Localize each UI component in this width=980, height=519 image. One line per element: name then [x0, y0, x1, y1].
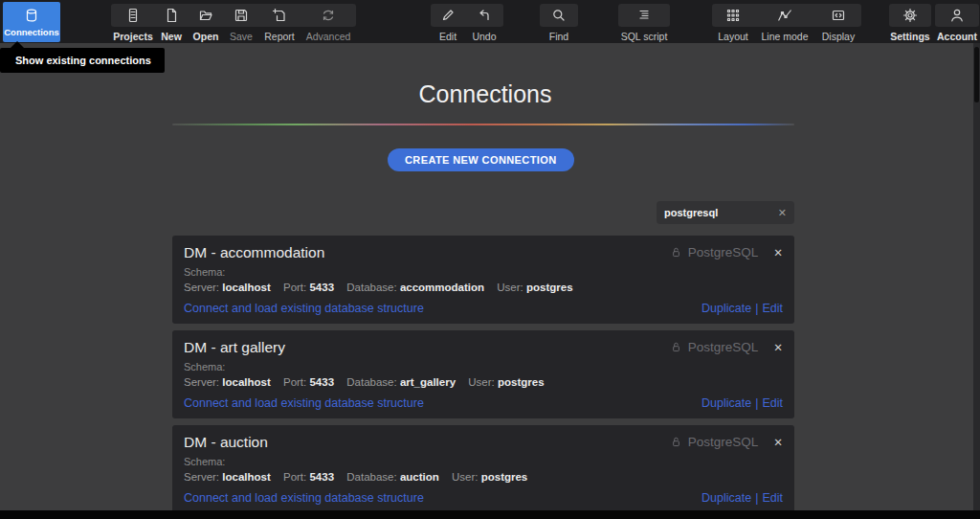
new-button[interactable]: New	[155, 4, 188, 42]
report-button[interactable]: Report	[258, 4, 301, 42]
close-icon[interactable]: ✕	[773, 436, 783, 449]
duplicate-link[interactable]: Duplicate	[702, 396, 751, 410]
file-toolbar-group: Projects New Open Save	[111, 4, 356, 42]
server-label: Server:	[184, 471, 219, 483]
open-button[interactable]: Open	[188, 4, 224, 42]
dbms-badge: PostgreSQL	[670, 245, 759, 260]
port-label: Port:	[283, 471, 306, 483]
database-label: Database:	[346, 376, 396, 388]
line-mode-icon	[777, 8, 792, 23]
vertical-scrollbar[interactable]	[973, 43, 980, 519]
report-icon	[272, 8, 287, 23]
connection-name: DM - art gallery	[184, 339, 670, 356]
edit-toolbar-group: Edit Undo	[431, 4, 503, 42]
advanced-icon	[321, 8, 336, 23]
account-label: Account	[937, 31, 977, 42]
database-value: accommodation	[400, 282, 484, 293]
user-icon	[949, 8, 965, 23]
connect-link[interactable]: Connect and load existing database struc…	[184, 491, 424, 505]
display-button[interactable]: Display	[815, 4, 861, 42]
close-icon[interactable]: ✕	[773, 341, 783, 354]
edit-button[interactable]: Edit	[431, 4, 465, 42]
link-separator: |	[755, 491, 758, 505]
database-label: Database:	[346, 282, 396, 293]
database-value: auction	[400, 471, 439, 483]
sql-script-button[interactable]: SQL script	[618, 4, 670, 42]
projects-button[interactable]: Projects	[111, 4, 155, 42]
account-button[interactable]: Account	[935, 4, 979, 42]
edit-link[interactable]: Edit	[762, 491, 783, 505]
top-toolbar: Connections Projects New Open	[0, 0, 980, 43]
duplicate-link[interactable]: Duplicate	[702, 302, 751, 315]
save-button[interactable]: Save	[224, 4, 258, 42]
user-label: User:	[468, 376, 494, 388]
connection-details: Server: localhost Port: 5433 Database: a…	[184, 471, 783, 483]
connect-link[interactable]: Connect and load existing database struc…	[184, 396, 424, 410]
open-label: Open	[193, 31, 219, 42]
report-label: Report	[264, 31, 295, 42]
connection-details: Server: localhost Port: 5433 Database: a…	[184, 282, 783, 293]
user-value: postgres	[498, 376, 545, 388]
settings-toolbar-group: Settings	[889, 4, 931, 42]
line-mode-label: Line mode	[761, 31, 808, 42]
open-folder-icon	[198, 8, 213, 23]
dbms-badge: PostgreSQL	[670, 340, 759, 354]
port-value: 5433	[309, 376, 334, 388]
database-icon	[24, 8, 39, 23]
account-toolbar-group: Account	[935, 4, 979, 42]
lock-icon	[670, 246, 682, 259]
search-icon	[551, 8, 567, 23]
connections-button[interactable]: Connections	[3, 2, 60, 42]
display-label: Display	[822, 31, 855, 42]
schema-label: Schema:	[184, 456, 783, 467]
connection-card-auction: DM - auction PostgreSQL ✕ Schema: Server…	[172, 425, 794, 513]
sql-script-label: SQL script	[621, 31, 668, 42]
connect-link[interactable]: Connect and load existing database struc…	[184, 302, 424, 315]
save-label: Save	[230, 31, 253, 42]
create-new-connection-button[interactable]: CREATE NEW CONNECTION	[388, 148, 574, 171]
find-button[interactable]: Find	[540, 4, 578, 42]
lock-icon	[670, 341, 682, 353]
scrollbar-thumb[interactable]	[974, 47, 979, 102]
port-value: 5433	[309, 471, 334, 483]
rainbow-divider	[172, 124, 794, 125]
new-file-icon	[164, 8, 179, 23]
projects-label: Projects	[113, 31, 152, 42]
advanced-button[interactable]: Advanced	[301, 4, 356, 42]
display-window-icon	[831, 8, 846, 23]
user-label: User:	[452, 471, 478, 483]
layout-button[interactable]: Layout	[712, 4, 754, 42]
find-label: Find	[549, 31, 568, 42]
database-label: Database:	[346, 471, 396, 483]
line-mode-button[interactable]: Line mode	[754, 4, 815, 42]
lock-icon	[670, 436, 682, 448]
close-icon[interactable]: ✕	[773, 246, 783, 260]
search-clear-icon[interactable]: ✕	[772, 207, 787, 219]
layout-grid-icon	[725, 8, 741, 23]
undo-button[interactable]: Undo	[465, 4, 503, 42]
sql-script-icon	[636, 8, 652, 23]
advanced-label: Advanced	[306, 31, 351, 42]
new-label: New	[161, 31, 182, 42]
edit-label: Edit	[439, 31, 457, 42]
dbms-badge: PostgreSQL	[670, 435, 759, 449]
edit-link[interactable]: Edit	[762, 302, 783, 315]
sql-toolbar-group: SQL script	[618, 4, 670, 42]
schema-label: Schema:	[184, 266, 783, 278]
view-toolbar-group: Layout Line mode Display	[712, 4, 861, 42]
find-toolbar-group: Find	[540, 4, 578, 42]
duplicate-link[interactable]: Duplicate	[702, 491, 751, 505]
port-label: Port:	[283, 376, 306, 388]
connection-details: Server: localhost Port: 5433 Database: a…	[184, 376, 783, 388]
edit-link[interactable]: Edit	[762, 396, 783, 410]
user-label: User:	[497, 282, 523, 293]
connection-search-input[interactable]	[664, 207, 772, 218]
link-separator: |	[755, 302, 758, 315]
page-title: Connections	[0, 80, 970, 108]
server-value: localhost	[222, 471, 270, 483]
layout-label: Layout	[718, 31, 748, 42]
pencil-icon	[440, 8, 456, 23]
schema-label: Schema:	[184, 361, 783, 372]
settings-button[interactable]: Settings	[889, 4, 931, 42]
connection-name: DM - auction	[184, 434, 670, 451]
